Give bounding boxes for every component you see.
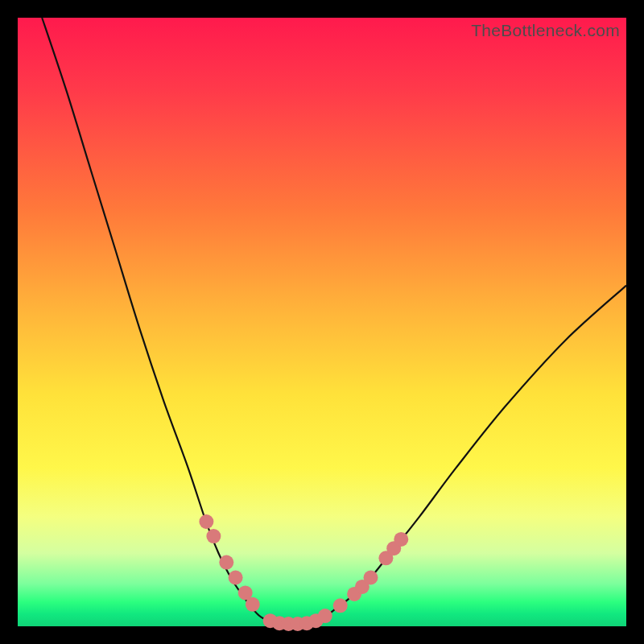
marker-dot <box>219 555 233 570</box>
marker-group <box>199 514 408 631</box>
marker-dot <box>333 598 348 613</box>
marker-dot <box>394 532 408 547</box>
marker-dot <box>246 597 260 612</box>
plot-area: TheBottleneck.com <box>18 18 626 626</box>
chart-svg <box>18 18 626 626</box>
marker-dot <box>229 571 243 585</box>
marker-dot <box>206 529 221 543</box>
bottleneck-curve-path <box>42 18 626 625</box>
marker-dot <box>318 609 332 623</box>
outer-frame: TheBottleneck.com <box>0 0 644 644</box>
marker-dot <box>199 514 213 529</box>
marker-dot <box>364 571 378 585</box>
